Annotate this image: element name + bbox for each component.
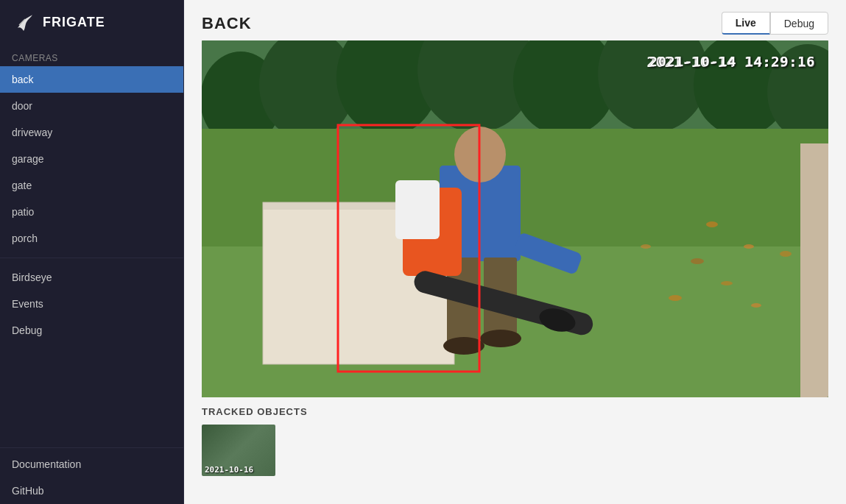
- tracked-thumbnail-item[interactable]: 2021-10-16: [202, 425, 275, 476]
- svg-point-21: [641, 244, 651, 249]
- sidebar-item-door[interactable]: door: [0, 93, 183, 119]
- sidebar-item-porch[interactable]: porch: [0, 225, 183, 252]
- sidebar-item-gate[interactable]: gate: [0, 172, 183, 199]
- svg-rect-34: [395, 180, 440, 239]
- sidebar-item-back[interactable]: back: [0, 66, 183, 93]
- frigate-logo-icon: [12, 10, 35, 34]
- svg-point-17: [751, 303, 761, 308]
- tab-debug[interactable]: Debug: [770, 12, 828, 35]
- tracked-objects-title: TRACKED OBJECTS: [202, 406, 828, 417]
- timestamp-overlay: 2021-10-14 14:29:16: [649, 54, 815, 69]
- sidebar-item-driveway[interactable]: driveway: [0, 119, 183, 146]
- sidebar-item-events[interactable]: Events: [0, 291, 183, 317]
- svg-point-16: [721, 281, 733, 285]
- thumbnail-date-label: 2021-10-16: [205, 465, 253, 475]
- sidebar-item-patio[interactable]: patio: [0, 199, 183, 225]
- svg-point-13: [706, 221, 718, 227]
- svg-point-14: [744, 244, 754, 249]
- sidebar-header: FRIGATE: [0, 0, 183, 44]
- main-content: BACK Live Debug: [184, 0, 846, 504]
- camera-feed-container: 2021-10-14 14:29:16 2021-10-14 14:29:16: [202, 40, 828, 397]
- sidebar-item-garage[interactable]: garage: [0, 146, 183, 172]
- sidebar-item-github[interactable]: GitHub: [0, 478, 183, 504]
- camera-feed: 2021-10-14 14:29:16 2021-10-14 14:29:16: [202, 40, 828, 397]
- camera-scene: 2021-10-14 14:29:16: [202, 40, 828, 397]
- tab-bar: Live Debug: [722, 12, 828, 35]
- main-header: BACK Live Debug: [184, 0, 846, 40]
- sidebar-item-birdseye[interactable]: Birdseye: [0, 264, 183, 291]
- svg-point-18: [780, 251, 792, 257]
- svg-point-30: [480, 330, 521, 347]
- app-title: FRIGATE: [43, 15, 105, 30]
- svg-point-15: [691, 258, 704, 264]
- sidebar: FRIGATE Cameras back door driveway garag…: [0, 0, 184, 504]
- page-title: BACK: [202, 14, 252, 33]
- sidebar-item-documentation[interactable]: Documentation: [0, 451, 183, 478]
- sidebar-item-debug[interactable]: Debug: [0, 317, 183, 344]
- tracked-objects-section: TRACKED OBJECTS 2021-10-16: [184, 397, 846, 488]
- tab-live[interactable]: Live: [722, 12, 770, 35]
- svg-rect-24: [800, 143, 828, 397]
- cameras-section-label: Cameras: [0, 44, 183, 66]
- svg-point-20: [669, 295, 682, 301]
